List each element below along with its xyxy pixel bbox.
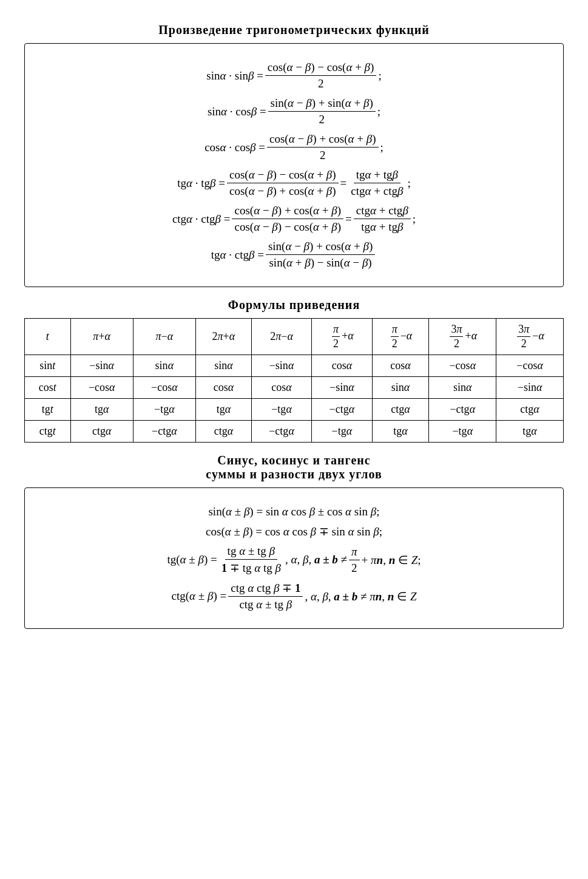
table-header-row: t π+α π−α 2π+α 2π−α π 2 +α π 2 −α 3π 2 (25, 319, 564, 355)
table-row-sin: sint −sinα sinα sinα −sinα cosα cosα −co… (25, 355, 564, 377)
col-header-3pi2-plus: 3π 2 +α (429, 319, 496, 355)
table-row-cos: cost −cosα −cosα cosα cosα −sinα sinα si… (25, 377, 564, 399)
formula-ctg-sum: ctg(α ± β) = ctg α ctg β ∓ 1 ctg α ± tg … (43, 581, 545, 611)
col-header-t: t (25, 319, 71, 355)
col-header-pi2-minus: π 2 −α (372, 319, 429, 355)
formula-cos-cos: cosα · cosβ = cos(α − β) + cos(α + β) 2 … (43, 132, 545, 162)
title-reduction: Формулы приведения (24, 298, 564, 312)
formula-sin-sin: sinα · sinβ = cos(α − β) − cos(α + β) 2 … (43, 61, 545, 90)
formula-sin-sum: sin(α ± β) = sin α cos β ± cos α sin β; (43, 505, 545, 518)
formula-sin-cos: sinα · cosβ = sin(α − β) + sin(α + β) 2 … (43, 97, 545, 126)
col-header-2pi-minus: 2π−α (251, 319, 311, 355)
table-row-ctg: ctgt ctgα −ctgα ctgα −ctgα −tgα tgα −tgα… (25, 421, 564, 443)
title-sum-diff: Синус, косинус и тангенс суммы и разност… (24, 453, 564, 481)
col-header-3pi2-minus: 3π 2 −α (496, 319, 564, 355)
formula-tg-ctg: tgα · ctgβ = sin(α − β) + cos(α + β) sin… (43, 240, 545, 270)
table-row-tg: tgt tgα −tgα tgα −tgα −ctgα ctgα −ctgα c… (25, 399, 564, 421)
col-header-pi-plus: π+α (70, 319, 133, 355)
sum-diff-formulas-box: sin(α ± β) = sin α cos β ± cos α sin β; … (24, 487, 564, 629)
col-header-pi2-plus: π 2 +α (312, 319, 372, 355)
product-formulas-box: sinα · sinβ = cos(α − β) − cos(α + β) 2 … (24, 43, 564, 287)
formula-ctg-ctg: ctgα · ctgβ = cos(α − β) + cos(α + β) co… (43, 204, 545, 234)
col-header-2pi-plus: 2π+α (195, 319, 251, 355)
title-product: Произведение тригонометрических функций (24, 23, 564, 37)
formula-cos-sum: cos(α ± β) = cos α cos β ∓ sin α sin β; (43, 524, 545, 538)
reduction-table: t π+α π−α 2π+α 2π−α π 2 +α π 2 −α 3π 2 (24, 318, 564, 443)
col-header-pi-minus: π−α (133, 319, 195, 355)
formula-tg-tg: tgα · tgβ = cos(α − β) − cos(α + β) cos(… (43, 168, 545, 198)
formula-tg-sum: tg(α ± β) = tg α ± tg β 1 ∓ tg α tg β , … (43, 545, 545, 575)
